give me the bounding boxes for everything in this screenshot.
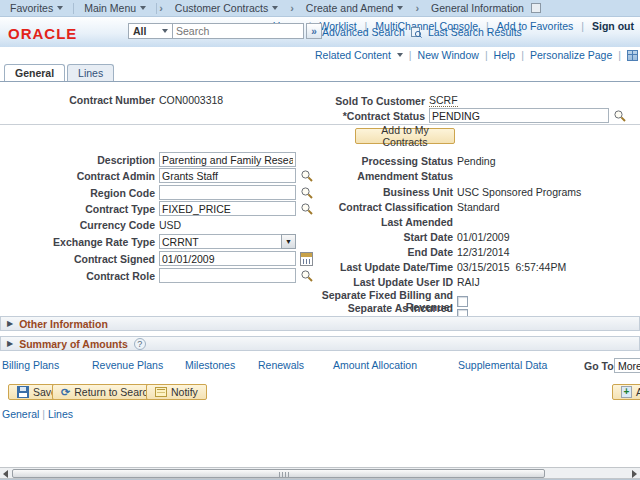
- business-unit-value: USC Sponsored Programs: [457, 186, 581, 198]
- breadcrumb-general-information[interactable]: General Information: [421, 0, 551, 17]
- sold-to-customer-label: Sold To Customer: [320, 95, 425, 107]
- breadcrumb-separator-icon: ›: [413, 2, 421, 14]
- chevron-down-icon[interactable]: ▼: [281, 234, 296, 249]
- section-other-information[interactable]: ▶ Other Information: [0, 316, 640, 331]
- breadcrumb-main-menu[interactable]: Main Menu: [74, 0, 156, 17]
- breadcrumb-label: Customer Contracts: [175, 2, 268, 14]
- description-row: Description: [0, 152, 296, 167]
- breadcrumb-label: Favorites: [10, 2, 53, 14]
- milestones-link[interactable]: Milestones: [185, 359, 235, 371]
- personalize-page-link[interactable]: Personalize Page: [530, 49, 612, 61]
- return-to-search-icon: ⟳: [61, 386, 70, 399]
- contract-type-lookup-icon[interactable]: [300, 202, 313, 215]
- new-window-link[interactable]: New Window: [418, 49, 479, 61]
- help-link[interactable]: Help: [494, 49, 516, 61]
- section-summary-of-amounts[interactable]: ▶ Summary of Amounts ?: [0, 336, 640, 351]
- supplemental-data-link[interactable]: Supplemental Data: [458, 359, 547, 371]
- header: ORACLE Home | Worklist | MultiChannel Co…: [0, 17, 640, 47]
- renewals-link[interactable]: Renewals: [258, 359, 304, 371]
- region-code-input[interactable]: [159, 185, 296, 200]
- region-code-lookup-icon[interactable]: [300, 186, 313, 199]
- section-label: Other Information: [19, 318, 108, 330]
- search-scope-select[interactable]: All: [128, 23, 172, 39]
- contract-admin-input[interactable]: [159, 168, 296, 183]
- start-date-label: Start Date: [320, 231, 453, 243]
- contract-role-input[interactable]: [159, 268, 296, 283]
- billing-plans-link[interactable]: Billing Plans: [2, 359, 59, 371]
- page-utility-bar: Related Content | New Window | Help | Pe…: [0, 47, 640, 63]
- amendment-status-label: Amendment Status: [320, 170, 453, 182]
- divider: |: [409, 49, 412, 61]
- breadcrumb-create-and-amend[interactable]: Create and Amend: [296, 0, 414, 17]
- contract-signed-input[interactable]: [159, 251, 296, 266]
- contract-role-lookup-icon[interactable]: [300, 269, 313, 282]
- contract-classification-row: Contract Classification Standard: [320, 201, 500, 213]
- expand-arrow-icon[interactable]: ▶: [7, 339, 13, 348]
- breadcrumb-customer-contracts[interactable]: Customer Contracts: [165, 0, 288, 17]
- add-to-my-contracts-button[interactable]: Add to My Contracts: [355, 128, 455, 144]
- last-amended-label: Last Amended: [320, 216, 453, 228]
- business-unit-row: Business Unit USC Sponsored Programs: [320, 186, 581, 198]
- contract-admin-lookup-icon[interactable]: [300, 169, 313, 182]
- search-input[interactable]: [172, 23, 304, 39]
- exchange-rate-type-row: Exchange Rate Type CRRNT ▼: [0, 234, 296, 249]
- sold-to-customer-row: Sold To Customer SCRF: [320, 94, 458, 107]
- help-icon[interactable]: ?: [134, 338, 146, 350]
- end-date-value: 12/31/2014: [457, 246, 510, 258]
- end-date-row: End Date 12/31/2014: [320, 246, 510, 258]
- contract-role-label: Contract Role: [0, 270, 155, 282]
- related-content-link[interactable]: Related Content: [315, 49, 391, 61]
- contract-status-input[interactable]: [429, 108, 609, 123]
- last-update-user-row: Last Update User ID RAIJ: [320, 276, 480, 288]
- amount-allocation-link[interactable]: Amount Allocation: [333, 359, 417, 371]
- last-search-results-link[interactable]: Last Search Results: [428, 26, 522, 38]
- contract-number-value: CON0003318: [159, 94, 223, 106]
- sign-out-link[interactable]: Sign out: [592, 20, 634, 32]
- scroll-right-icon[interactable]: [632, 470, 637, 478]
- scrollbar-grip-icon: [279, 472, 289, 477]
- chevron-down-icon: [397, 6, 403, 10]
- expand-arrow-icon[interactable]: ▶: [7, 319, 13, 328]
- calendar-icon[interactable]: [300, 252, 313, 266]
- application-window: Favorites Main Menu › Customer Contracts…: [0, 0, 640, 480]
- add-icon: +: [621, 386, 632, 398]
- add-button[interactable]: + Add: [612, 384, 640, 400]
- revenue-plans-link[interactable]: Revenue Plans: [92, 359, 163, 371]
- contract-status-row: *Contract Status: [320, 108, 626, 123]
- search-go-button[interactable]: »: [306, 23, 322, 39]
- exchange-rate-type-select[interactable]: CRRNT ▼: [159, 234, 296, 249]
- contract-classification-label: Contract Classification: [320, 201, 453, 213]
- breadcrumb-label: General Information: [431, 2, 524, 14]
- tab-lines[interactable]: Lines: [67, 64, 114, 81]
- horizontal-scrollbar[interactable]: [0, 467, 640, 479]
- contract-role-row: Contract Role: [0, 268, 313, 283]
- sold-to-customer-value[interactable]: SCRF: [429, 94, 458, 107]
- notify-label: Notify: [171, 386, 198, 398]
- search-scope-value: All: [133, 25, 146, 37]
- breadcrumb-favorites[interactable]: Favorites: [0, 0, 73, 17]
- last-update-user-label: Last Update User ID: [320, 276, 453, 288]
- footer-lines-link[interactable]: Lines: [48, 408, 73, 420]
- tab-general[interactable]: General: [4, 64, 65, 81]
- divider: |: [521, 49, 524, 61]
- divider: |: [581, 20, 584, 32]
- business-unit-label: Business Unit: [320, 186, 453, 198]
- contract-status-lookup-icon[interactable]: [613, 109, 626, 122]
- scroll-left-icon[interactable]: [3, 470, 8, 478]
- divider: |: [485, 49, 488, 61]
- scrollbar-thumb[interactable]: [12, 469, 545, 478]
- last-update-datetime-row: Last Update Date/Time 03/15/2015 6:57:44…: [320, 261, 566, 273]
- chevron-down-icon: [272, 6, 278, 10]
- goto-select[interactable]: More: [614, 358, 640, 373]
- advanced-search-link[interactable]: Advanced Search: [322, 26, 405, 38]
- tab-strip: General Lines: [4, 64, 114, 81]
- window-grid-icon[interactable]: [627, 50, 638, 61]
- contract-admin-row: Contract Admin: [0, 168, 313, 183]
- contract-type-input[interactable]: [159, 201, 296, 216]
- currency-code-row: Currency Code USD: [0, 219, 181, 231]
- divider: [0, 124, 640, 125]
- description-input[interactable]: [159, 152, 296, 167]
- description-label: Description: [0, 154, 155, 166]
- footer-general-link[interactable]: General: [2, 408, 39, 420]
- notify-button[interactable]: Notify: [146, 384, 207, 400]
